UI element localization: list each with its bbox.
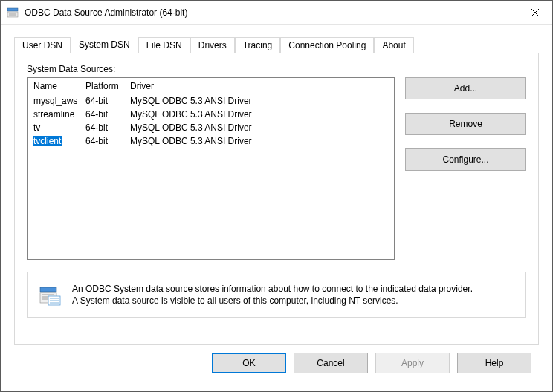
cell-platform: 64-bit (85, 134, 130, 148)
cell-driver: MySQL ODBC 5.3 ANSI Driver (130, 121, 394, 134)
datasource-icon (38, 283, 62, 307)
configure-button[interactable]: Configure... (405, 148, 526, 171)
col-header-name[interactable]: Name (33, 81, 85, 91)
app-icon (7, 7, 19, 19)
tab-connection-pooling[interactable]: Connection Pooling (280, 37, 374, 53)
add-button[interactable]: Add... (405, 77, 526, 99)
info-box: An ODBC System data source stores inform… (27, 272, 526, 318)
cell-driver: MySQL ODBC 5.3 ANSI Driver (130, 134, 394, 148)
data-sources-list[interactable]: Name Platform Driver mysql_aws 64-bit My… (27, 77, 395, 260)
cell-platform: 64-bit (85, 121, 130, 134)
close-button[interactable] (518, 1, 552, 24)
info-line1: An ODBC System data source stores inform… (72, 284, 473, 294)
info-line2: A System data source is visible to all u… (72, 295, 398, 306)
help-button[interactable]: Help (457, 353, 531, 373)
dialog-footer: OK Cancel Apply Help (8, 353, 545, 384)
remove-button[interactable]: Remove (405, 113, 526, 135)
tab-about[interactable]: About (374, 37, 413, 53)
table-row[interactable]: streamline 64-bit MySQL ODBC 5.3 ANSI Dr… (28, 108, 394, 121)
main-row: Name Platform Driver mysql_aws 64-bit My… (27, 77, 526, 260)
dialog-window: ODBC Data Source Administrator (64-bit) … (0, 0, 553, 392)
section-label: System Data Sources: (27, 64, 526, 74)
cell-name: mysql_aws (33, 96, 77, 106)
tab-bar: User DSN System DSN File DSN Drivers Tra… (14, 36, 539, 53)
svg-rect-6 (40, 287, 56, 292)
tab-user-dsn[interactable]: User DSN (14, 37, 71, 53)
tab-file-dsn[interactable]: File DSN (138, 37, 190, 53)
col-header-platform[interactable]: Platform (85, 81, 130, 91)
ok-button[interactable]: OK (212, 353, 286, 373)
info-text: An ODBC System data source stores inform… (72, 283, 473, 307)
cell-platform: 64-bit (85, 108, 130, 121)
tab-system-dsn[interactable]: System DSN (71, 36, 138, 53)
apply-button[interactable]: Apply (375, 353, 450, 373)
table-row[interactable]: tvclient 64-bit MySQL ODBC 5.3 ANSI Driv… (28, 134, 394, 148)
table-row[interactable]: tv 64-bit MySQL ODBC 5.3 ANSI Driver (28, 121, 394, 134)
cell-name: tv (33, 122, 40, 133)
cell-driver: MySQL ODBC 5.3 ANSI Driver (130, 94, 394, 108)
list-header: Name Platform Driver (28, 78, 394, 94)
cell-driver: MySQL ODBC 5.3 ANSI Driver (130, 108, 394, 121)
cancel-button[interactable]: Cancel (294, 353, 368, 373)
cell-name: tvclient (33, 136, 62, 146)
col-header-driver[interactable]: Driver (130, 81, 394, 91)
tab-drivers[interactable]: Drivers (190, 37, 235, 53)
cell-platform: 64-bit (85, 94, 130, 108)
tab-tracing[interactable]: Tracing (235, 37, 281, 53)
cell-name: streamline (33, 109, 74, 120)
tab-page-system-dsn: System Data Sources: Name Platform Drive… (14, 53, 539, 345)
window-title: ODBC Data Source Administrator (64-bit) (25, 7, 518, 18)
svg-rect-1 (7, 12, 18, 17)
content-area: User DSN System DSN File DSN Drivers Tra… (1, 24, 552, 391)
list-body: mysql_aws 64-bit MySQL ODBC 5.3 ANSI Dri… (28, 94, 394, 259)
side-button-column: Add... Remove Configure... (405, 77, 526, 260)
svg-rect-0 (7, 8, 18, 11)
titlebar: ODBC Data Source Administrator (64-bit) (1, 1, 552, 24)
table-row[interactable]: mysql_aws 64-bit MySQL ODBC 5.3 ANSI Dri… (28, 94, 394, 108)
